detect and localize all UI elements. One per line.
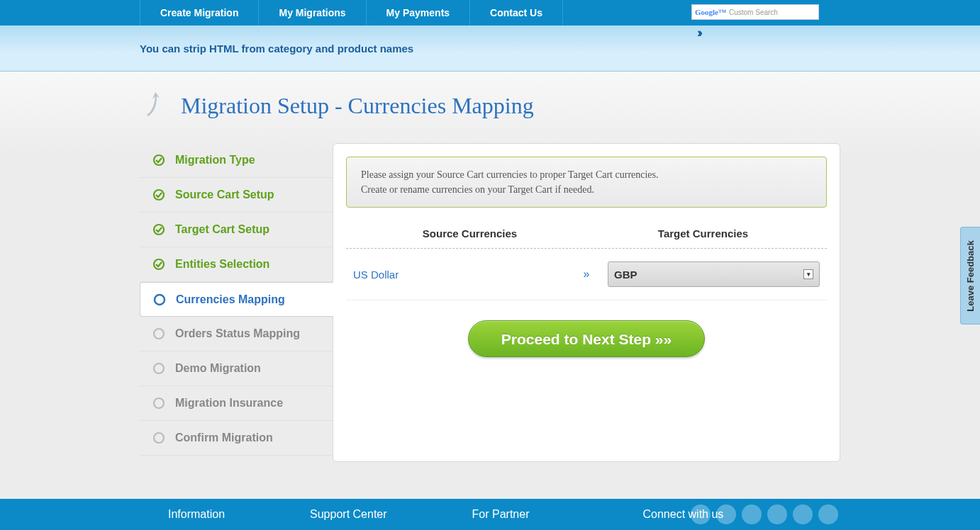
svg-point-2 [154,225,164,235]
footer-for-partner[interactable]: For Partner [472,508,530,521]
info-line-1: Please assign your Source Cart currencie… [361,167,812,182]
step-label: Entities Selection [175,258,269,271]
step-migration-insurance[interactable]: Migration Insurance [140,386,333,421]
step-label: Migration Type [175,154,255,167]
social-icon[interactable] [742,504,762,524]
source-currency: US Dollar [353,269,565,281]
select-value: GBP [614,269,637,281]
step-currencies-mapping[interactable]: Currencies Mapping [140,282,333,317]
current-step-icon [153,293,166,306]
social-icon[interactable] [818,504,838,524]
step-label: Orders Status Mapping [175,327,300,340]
proceed-button[interactable]: Proceed to Next Step »» [468,320,705,357]
main-panel: Please assign your Source Cart currencie… [333,143,840,462]
header-source-currencies: Source Currencies [353,227,586,239]
social-icons [691,504,838,524]
migration-arrow-icon [140,89,169,122]
svg-point-0 [154,155,164,165]
step-label: Source Cart Setup [175,188,274,201]
nav-my-payments[interactable]: My Payments [367,0,470,26]
pending-step-icon [152,327,165,340]
footer-support-center[interactable]: Support Center [310,508,387,521]
nav-my-migrations[interactable]: My Migrations [259,0,366,26]
social-icon[interactable] [716,504,736,524]
step-label: Confirm Migration [175,432,273,444]
step-entities-selection[interactable]: Entities Selection [140,247,333,282]
pending-step-icon [152,432,165,444]
content-area: Migration Setup - Currencies Mapping Mig… [0,72,980,462]
step-orders-status-mapping[interactable]: Orders Status Mapping [140,317,333,351]
svg-point-1 [154,190,164,200]
social-icon[interactable] [793,504,813,524]
search-input[interactable]: Google™ Custom Search [691,4,819,20]
mapping-row: US Dollar » GBP ▾ [346,249,827,300]
svg-point-7 [154,398,164,408]
svg-point-6 [154,363,164,373]
step-demo-migration[interactable]: Demo Migration [140,351,333,386]
step-label: Currencies Mapping [176,293,285,306]
mapping-header: Source Currencies Target Currencies [346,227,827,249]
info-line-2: Create or rename currencies on your Targ… [361,182,812,197]
chevron-right-icon[interactable]: ›› [697,26,700,40]
svg-point-8 [154,433,164,443]
check-icon [152,154,165,167]
svg-point-4 [155,295,165,305]
target-currency-select[interactable]: GBP ▾ [608,261,820,287]
nav-contact-us[interactable]: Contact Us [470,0,563,26]
svg-point-5 [154,329,164,339]
chevron-down-icon: ▾ [803,269,813,279]
step-label: Demo Migration [175,362,261,375]
step-label: Migration Insurance [175,397,283,410]
search-placeholder: Custom Search [729,9,778,16]
feedback-label: Leave Feedback [965,240,976,311]
page-title: Migration Setup - Currencies Mapping [181,93,534,119]
footer-information[interactable]: Information [168,508,225,521]
social-icon[interactable] [767,504,787,524]
check-icon [152,223,165,236]
arrow-right-icon: » [565,268,608,281]
feedback-tab[interactable]: Leave Feedback [960,227,980,325]
step-source-cart-setup[interactable]: Source Cart Setup [140,178,333,213]
step-confirm-migration[interactable]: Confirm Migration [140,421,333,456]
google-logo: Google™ [695,8,726,16]
header-target-currencies: Target Currencies [586,227,820,239]
page-title-row: Migration Setup - Currencies Mapping [140,89,840,122]
top-nav: Create Migration My Migrations My Paymen… [0,0,980,26]
step-target-cart-setup[interactable]: Target Cart Setup [140,213,333,247]
nav-create-migration[interactable]: Create Migration [140,0,259,26]
pending-step-icon [152,362,165,375]
wizard-sidebar: Migration Type Source Cart Setup Target … [140,143,333,456]
tip-banner: You can strip HTML from category and pro… [0,26,980,72]
tip-text: You can strip HTML from category and pro… [140,43,413,55]
social-icon[interactable] [691,504,711,524]
step-label: Target Cart Setup [175,223,269,236]
footer: Information Support Center For Partner C… [0,499,980,530]
pending-step-icon [152,397,165,410]
check-icon [152,258,165,271]
check-icon [152,188,165,201]
svg-point-3 [154,259,164,269]
info-box: Please assign your Source Cart currencie… [346,157,827,208]
step-migration-type[interactable]: Migration Type [140,143,333,178]
